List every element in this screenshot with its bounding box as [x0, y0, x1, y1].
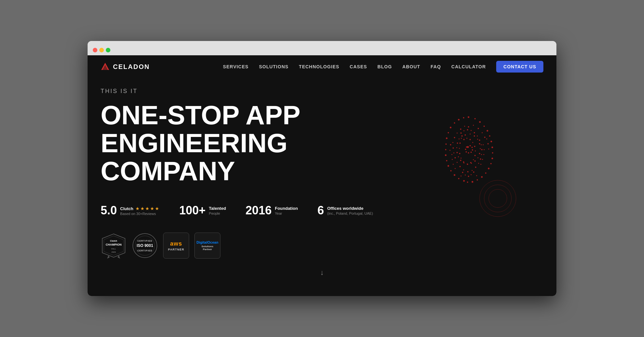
svg-point-89 — [474, 135, 475, 137]
svg-point-26 — [445, 155, 447, 156]
svg-point-37 — [478, 128, 479, 129]
svg-point-79 — [469, 139, 471, 140]
svg-point-75 — [474, 155, 476, 156]
svg-point-48 — [457, 162, 458, 163]
svg-point-10 — [458, 119, 460, 121]
svg-point-74 — [473, 159, 474, 160]
logo-icon — [101, 62, 110, 71]
nav-link-technologies[interactable]: TECHNOLOGIES — [299, 64, 339, 69]
aws-logo-text: aws — [170, 240, 182, 247]
svg-point-73 — [470, 162, 471, 163]
svg-point-43 — [454, 137, 455, 138]
nav-links: SERVICES SOLUTIONS TECHNOLOGIES CASES BL… — [223, 64, 543, 70]
svg-point-116 — [484, 149, 485, 150]
stats-row: 5.0 Clutch ★★★★★ Based on 30+Reviews 100… — [101, 205, 543, 216]
svg-point-67 — [459, 142, 461, 144]
svg-point-82 — [488, 149, 489, 150]
svg-point-11 — [454, 122, 455, 124]
badge-iso-svg: CERTIFIED ISO 9001 CERTIFIED — [132, 233, 158, 259]
nav-cta-button[interactable]: CONTACT US — [496, 61, 543, 73]
stat-people: 100+ Talented People — [179, 205, 226, 216]
svg-point-129 — [476, 175, 477, 176]
nav-item-contact[interactable]: CONTACT US — [496, 64, 543, 70]
nav-link-about[interactable]: ABOUT — [402, 64, 420, 69]
hero-section: THIS IS IT ONE-STOP APP ENGINEERING COMP… — [88, 78, 556, 290]
svg-point-57 — [481, 149, 483, 150]
svg-point-15 — [445, 143, 447, 145]
hero-subtitle: THIS IS IT — [101, 88, 543, 95]
badge-aws: aws PARTNER — [163, 233, 189, 259]
svg-point-110 — [470, 152, 472, 153]
svg-point-104 — [459, 139, 460, 140]
svg-point-47 — [455, 157, 456, 158]
badges-row: Clutch CHAMPION FALL 2023 CERTIFIED ISO … — [101, 233, 543, 259]
svg-point-8 — [491, 141, 492, 142]
nav-link-services[interactable]: SERVICES — [223, 64, 249, 69]
svg-point-17 — [492, 152, 493, 154]
nav-link-blog[interactable]: BLOG — [377, 64, 392, 69]
svg-text:CERTIFIED: CERTIFIED — [137, 249, 152, 252]
svg-point-31 — [458, 178, 459, 179]
browser-chrome — [88, 41, 556, 55]
hero-title-line2: COMPANY — [101, 156, 235, 186]
svg-point-63 — [467, 129, 468, 130]
nav-link-faq[interactable]: FAQ — [431, 64, 441, 69]
stat-clutch: 5.0 Clutch ★★★★★ Based on 30+Reviews — [101, 205, 160, 216]
svg-point-36 — [473, 125, 474, 126]
svg-point-33 — [467, 182, 468, 183]
stat-clutch-label-row: Clutch ★★★★★ — [120, 206, 160, 211]
svg-point-87 — [465, 134, 466, 136]
nav-link-cases[interactable]: CASES — [350, 64, 367, 69]
svg-point-18 — [492, 158, 493, 159]
nav-item-solutions[interactable]: SOLUTIONS — [259, 64, 288, 70]
svg-point-112 — [466, 151, 467, 153]
do-logo: DigitalOcean — [196, 240, 218, 244]
svg-point-16 — [492, 147, 493, 148]
svg-point-56 — [481, 154, 482, 155]
svg-point-124 — [468, 176, 469, 177]
svg-point-106 — [467, 146, 469, 148]
svg-text:CERTIFIED: CERTIFIED — [137, 240, 152, 242]
svg-point-88 — [470, 134, 471, 135]
svg-point-20 — [488, 168, 490, 169]
svg-point-80 — [467, 138, 468, 139]
nav-link-solutions[interactable]: SOLUTIONS — [259, 64, 288, 69]
svg-point-69 — [459, 153, 460, 154]
aws-partner-label: PARTNER — [168, 248, 184, 251]
nav-link-calculator[interactable]: CALCULATOR — [451, 64, 486, 69]
stat-offices: 6 Offices worldwide (inc., Poland, Portu… — [317, 205, 373, 216]
stat-offices-number: 6 — [317, 205, 324, 216]
svg-point-59 — [479, 140, 480, 141]
svg-text:Clutch: Clutch — [110, 240, 117, 242]
nav-item-cases[interactable]: CASES — [350, 64, 367, 70]
svg-point-126 — [471, 174, 472, 175]
svg-point-32 — [463, 180, 465, 182]
nav-item-technologies[interactable]: TECHNOLOGIES — [299, 64, 339, 70]
svg-point-114 — [466, 146, 467, 148]
scroll-arrow[interactable]: ↓ — [101, 268, 543, 277]
logo-link[interactable]: CELADON — [101, 62, 150, 71]
nav-item-faq[interactable]: FAQ — [431, 64, 441, 70]
svg-point-45 — [453, 147, 454, 149]
svg-text:2023: 2023 — [111, 251, 116, 253]
svg-point-58 — [481, 144, 482, 145]
svg-point-62 — [471, 130, 472, 131]
svg-point-85 — [450, 144, 451, 145]
nav-item-services[interactable]: SERVICES — [223, 64, 249, 70]
svg-point-13 — [448, 132, 449, 133]
stat-people-label: Talented — [209, 206, 226, 211]
stat-offices-sublabel: (inc., Poland, Portugal, UAE) — [327, 211, 373, 215]
svg-point-84 — [486, 139, 487, 140]
minimize-button[interactable] — [99, 48, 104, 52]
maximize-button[interactable] — [106, 48, 110, 52]
nav-item-blog[interactable]: BLOG — [377, 64, 392, 70]
stat-clutch-info: Clutch ★★★★★ Based on 30+Reviews — [120, 205, 160, 216]
nav-item-calculator[interactable]: CALCULATOR — [451, 64, 486, 70]
stat-offices-info: Offices worldwide (inc., Poland, Portuga… — [327, 205, 373, 215]
svg-point-119 — [481, 164, 482, 165]
close-button[interactable] — [93, 48, 97, 52]
nav-item-about[interactable]: ABOUT — [402, 64, 420, 70]
svg-point-78 — [472, 142, 473, 143]
svg-point-93 — [479, 153, 480, 154]
svg-point-115 — [483, 144, 484, 145]
